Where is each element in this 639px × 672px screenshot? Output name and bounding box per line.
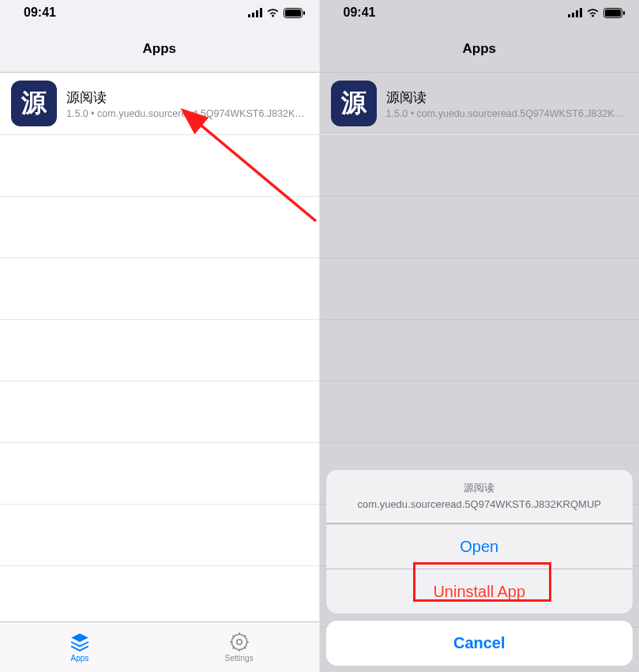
- svg-rect-19: [572, 13, 574, 17]
- phone-left: 09:41 Apps 源 源阅读 1.5.0 • com.yuedu.sourc…: [0, 0, 320, 672]
- svg-rect-1: [252, 13, 254, 17]
- svg-rect-0: [248, 14, 250, 17]
- app-name: 源阅读: [66, 88, 308, 107]
- svg-rect-21: [580, 8, 582, 17]
- signal-icon: [568, 8, 582, 17]
- svg-rect-20: [576, 10, 578, 17]
- wifi-icon: [266, 8, 280, 17]
- sheet-header: 源阅读 com.yuedu.sourceread.5Q974WKST6.J832…: [326, 470, 633, 524]
- status-time: 09:41: [24, 6, 56, 20]
- svg-rect-23: [605, 9, 621, 17]
- navbar: Apps: [320, 25, 640, 73]
- sheet-title: 源阅读: [339, 481, 621, 495]
- app-icon-glyph: 源: [21, 86, 47, 121]
- nav-title: Apps: [143, 41, 177, 57]
- app-icon: 源: [331, 81, 377, 126]
- svg-rect-18: [568, 14, 570, 17]
- app-row[interactable]: 源 源阅读 1.5.0 • com.yuedu.sourceread.5Q974…: [0, 73, 319, 135]
- app-row[interactable]: 源 源阅读 1.5.0 • com.yuedu.sourceread.5Q974…: [320, 73, 640, 135]
- svg-rect-6: [303, 11, 305, 15]
- status-icons: [568, 8, 625, 18]
- uninstall-button[interactable]: Uninstall App: [326, 569, 633, 614]
- svg-point-8: [236, 640, 242, 645]
- app-row-text: 源阅读 1.5.0 • com.yuedu.sourceread.5Q974WK…: [386, 88, 629, 119]
- phone-right: 09:41 Apps 源 源阅读 1.5.0 • com.yuedu.sourc…: [320, 0, 640, 672]
- app-subtitle: 1.5.0 • com.yuedu.sourceread.5Q974WKST6.…: [66, 108, 308, 119]
- nav-title: Apps: [463, 41, 497, 57]
- app-name: 源阅读: [386, 88, 629, 107]
- sheet-subtitle: com.yuedu.sourceread.5Q974WKST6.J832KRQM…: [339, 498, 621, 510]
- wifi-icon: [586, 8, 600, 17]
- status-bar: 09:41: [320, 0, 640, 25]
- gear-icon: [229, 632, 250, 652]
- navbar: Apps: [0, 25, 319, 73]
- app-icon: 源: [11, 81, 57, 126]
- app-subtitle: 1.5.0 • com.yuedu.sourceread.5Q974WKST6.…: [386, 108, 629, 119]
- tab-settings-label: Settings: [225, 654, 254, 663]
- tab-settings[interactable]: Settings: [160, 622, 319, 672]
- signal-icon: [248, 8, 262, 17]
- action-sheet: 源阅读 com.yuedu.sourceread.5Q974WKST6.J832…: [326, 470, 633, 614]
- cancel-button[interactable]: Cancel: [326, 621, 633, 666]
- tab-apps-label: Apps: [70, 654, 88, 663]
- svg-rect-5: [285, 9, 301, 17]
- svg-rect-2: [256, 10, 258, 17]
- status-icons: [248, 8, 305, 18]
- tab-bar: Apps Settings: [0, 621, 319, 672]
- open-button[interactable]: Open: [326, 524, 633, 569]
- svg-rect-24: [623, 11, 625, 15]
- app-row-text: 源阅读 1.5.0 • com.yuedu.sourceread.5Q974WK…: [66, 88, 308, 119]
- app-icon-glyph: 源: [341, 86, 366, 121]
- battery-icon: [603, 8, 625, 18]
- svg-rect-3: [260, 8, 262, 17]
- battery-icon: [284, 8, 305, 18]
- layers-icon: [70, 632, 90, 652]
- app-list: 源 源阅读 1.5.0 • com.yuedu.sourceread.5Q974…: [0, 73, 319, 621]
- tab-apps[interactable]: Apps: [0, 622, 160, 672]
- status-bar: 09:41: [0, 0, 319, 25]
- status-time: 09:41: [344, 6, 376, 20]
